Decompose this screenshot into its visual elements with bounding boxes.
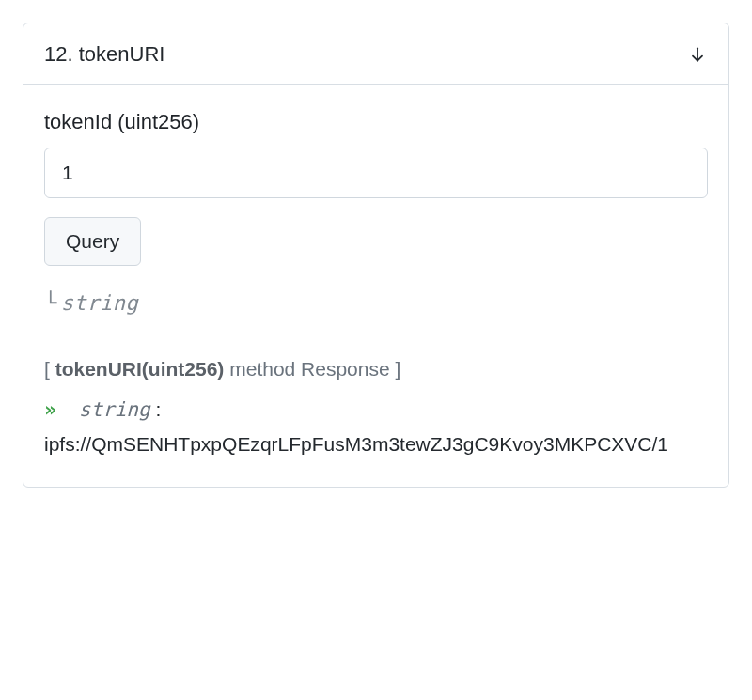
response-value: ipfs://QmSENHTpxpQEzqrLFpFusM3m3tewZJ3gC… — [44, 428, 702, 461]
chevron-icon: » — [44, 397, 56, 421]
card-title: 12. tokenURI — [44, 42, 164, 67]
annotation-arrow-icon — [212, 479, 729, 488]
response-colon: : — [150, 398, 162, 420]
query-button[interactable]: Query — [44, 217, 141, 266]
card-header[interactable]: 12. tokenURI — [24, 23, 728, 85]
response-type-line: » string : — [44, 393, 708, 427]
response-label-rest: method Response ] — [224, 358, 400, 380]
response-heading: [ tokenURI(uint256) method Response ] — [44, 353, 708, 385]
space2 — [68, 398, 73, 420]
response-block: [ tokenURI(uint256) method Response ] » … — [44, 353, 708, 460]
corner-glyph: └ — [44, 291, 57, 315]
tokenid-input[interactable] — [44, 148, 708, 198]
card-body: tokenId (uint256) Query └string [ tokenU… — [24, 85, 728, 487]
return-type: └string — [44, 287, 708, 319]
response-signature: tokenURI(uint256) — [55, 358, 225, 380]
tokenid-label: tokenId (uint256) — [44, 105, 708, 138]
response-type: string — [79, 398, 150, 421]
function-card: 12. tokenURI tokenId (uint256) Query └st… — [23, 23, 729, 488]
collapse-arrow-icon — [687, 44, 708, 65]
return-type-text: string — [61, 291, 138, 315]
